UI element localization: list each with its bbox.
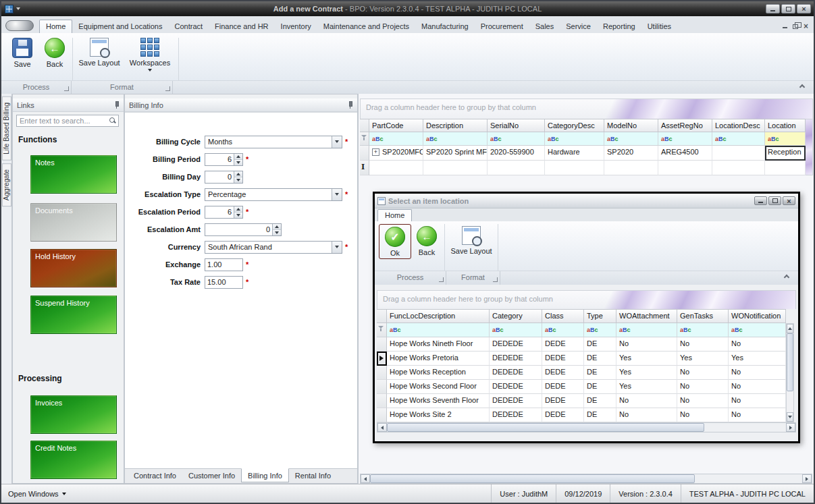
location-row[interactable]: Hope Works Nineth Floor DEDEDE DEDE DE N… [377, 337, 786, 352]
dialog-minimize-button[interactable] [754, 196, 767, 205]
grid-cell[interactable]: DE [584, 380, 616, 394]
grid-cell[interactable]: DE [584, 366, 616, 380]
pin-icon[interactable] [347, 101, 353, 109]
scroll-left-button[interactable] [377, 423, 387, 432]
grid-cell[interactable]: No [677, 408, 729, 422]
dialog-tab-home[interactable]: Home [377, 209, 412, 221]
grid-cell[interactable]: Yes [616, 366, 677, 380]
grid-cell[interactable]: Hope Works Second Floor [387, 380, 490, 394]
escalation-type-combo[interactable]: Percentage [205, 188, 342, 201]
tab-equipment-and-locations[interactable]: Equipment and Locations [72, 20, 168, 33]
grid-cell-categorydesc[interactable]: Hardware [545, 146, 604, 161]
grid-cell[interactable]: DE [584, 394, 616, 408]
spin-up-icon[interactable] [234, 206, 242, 212]
search-input[interactable] [16, 115, 119, 127]
scroll-left-button[interactable] [361, 474, 370, 483]
grid-cell[interactable] [712, 161, 765, 175]
grid-cell[interactable]: Hope Works Pretoria [387, 352, 490, 366]
tab-inventory[interactable]: Inventory [275, 20, 317, 33]
mdi-restore-button[interactable] [793, 24, 798, 29]
grid-cell[interactable] [369, 161, 423, 175]
spin-up-icon[interactable] [234, 154, 242, 159]
suspend-history-button[interactable]: Suspend History [30, 296, 117, 334]
tab-maintenance-and-projects[interactable]: Maintenance and Projects [317, 20, 415, 33]
column-header-gentasks[interactable]: GenTasks [677, 309, 729, 323]
grid-cell[interactable]: DE [584, 337, 616, 352]
scrollbar-thumb[interactable] [787, 333, 793, 391]
grid-cell[interactable]: Hope Works Site 2 [387, 408, 490, 422]
filter-cell-gentasks[interactable] [677, 323, 729, 337]
content-horizontal-scrollbar[interactable] [360, 474, 812, 484]
mdi-close-button[interactable] [804, 22, 808, 30]
filter-cell-location[interactable] [765, 132, 806, 146]
filter-cell-woattachment[interactable] [616, 323, 677, 337]
grid-cell-location[interactable]: Reception [765, 146, 806, 161]
spin-down-icon[interactable] [273, 229, 281, 235]
close-button[interactable] [797, 4, 811, 13]
back-button[interactable]: Back [39, 38, 70, 68]
billing-period-spinner[interactable]: 6 [205, 153, 243, 166]
open-windows-button[interactable]: Open Windows [1, 490, 73, 498]
documents-button[interactable]: Documents [30, 203, 117, 242]
ribbon-collapse-icon[interactable] [799, 84, 805, 90]
save-button[interactable]: Save [5, 38, 39, 68]
spin-down-icon[interactable] [234, 159, 242, 165]
filter-cell-category[interactable] [490, 323, 542, 337]
grid-cell[interactable]: DEDE [542, 380, 584, 394]
grid-cell[interactable]: DEDE [542, 408, 584, 422]
tab-reporting[interactable]: Reporting [597, 20, 641, 33]
grid-cell-partcode[interactable]: SP2020MFC [369, 146, 423, 161]
search-icon[interactable] [109, 117, 116, 124]
grid-cell-serialno[interactable]: 2020-559900 [488, 146, 545, 161]
column-header-modelno[interactable]: ModelNo [604, 119, 658, 132]
column-header-location[interactable]: Location [765, 119, 806, 132]
tab-sales[interactable]: Sales [529, 20, 560, 33]
scrollbar-thumb[interactable] [387, 423, 704, 432]
dialog-close-button[interactable] [783, 196, 795, 205]
location-row[interactable]: Hope Works Reception DEDEDE DEDE DE Yes … [377, 366, 786, 380]
grid-cell[interactable]: DEDE [542, 337, 584, 352]
dialog-back-button[interactable]: Back [411, 226, 442, 256]
currency-combo[interactable]: South African Rand [205, 241, 342, 254]
group-launcher-icon[interactable] [64, 86, 69, 91]
workspaces-button[interactable]: Workspaces [124, 38, 176, 72]
grid-cell[interactable]: No [677, 380, 729, 394]
scroll-right-button[interactable] [786, 423, 795, 432]
grid-cell[interactable]: Yes [677, 352, 729, 366]
filter-cell-locationdesc[interactable] [712, 132, 765, 146]
filter-cell-funclocdescription[interactable] [387, 323, 490, 337]
column-header-description[interactable]: Description [423, 119, 488, 132]
grid-cell[interactable]: No [729, 394, 786, 408]
grid-cell[interactable]: DEDE [542, 352, 584, 366]
grid-cell[interactable]: No [616, 394, 677, 408]
column-header-category[interactable]: Category [490, 309, 542, 323]
asset-row-empty[interactable] [360, 161, 813, 175]
escalation-period-spinner[interactable]: 6 [205, 206, 243, 219]
column-header-partcode[interactable]: PartCode [369, 119, 423, 132]
grid-cell[interactable]: No [729, 408, 786, 422]
notes-button[interactable]: Notes [30, 155, 117, 194]
side-tab-life-based-billing[interactable]: Life Based Billing [2, 96, 11, 161]
scroll-up-button[interactable] [787, 324, 793, 333]
group-launcher-icon[interactable] [493, 277, 498, 282]
grid-cell[interactable]: DEDEDE [490, 337, 542, 352]
scrollbar-thumb[interactable] [370, 474, 695, 483]
grid-cell[interactable]: DE [584, 408, 616, 422]
pin-icon[interactable] [113, 101, 120, 109]
grid-cell[interactable]: No [616, 337, 677, 352]
side-tab-aggregate[interactable]: Aggregate [2, 163, 11, 206]
invoices-button[interactable]: Invoices [30, 395, 117, 434]
tab-contract[interactable]: Contract [169, 20, 209, 33]
tab-contract-info[interactable]: Contract Info [128, 469, 182, 483]
grid-cell[interactable]: No [616, 408, 677, 422]
assets-group-by-bar[interactable]: Drag a column header here to group by th… [360, 99, 813, 119]
ribbon-collapse-icon[interactable] [784, 275, 789, 280]
dialog-horizontal-scrollbar[interactable] [377, 422, 796, 432]
column-header-class[interactable]: Class [542, 309, 584, 323]
grid-cell[interactable]: No [729, 380, 786, 394]
dropdown-arrow-icon[interactable] [332, 242, 342, 253]
grid-cell[interactable]: DEDEDE [490, 394, 542, 408]
filter-cell-modelno[interactable] [604, 132, 658, 146]
location-row[interactable]: Hope Works Second Floor DEDEDE DEDE DE Y… [377, 380, 786, 394]
grid-cell[interactable] [488, 161, 545, 175]
